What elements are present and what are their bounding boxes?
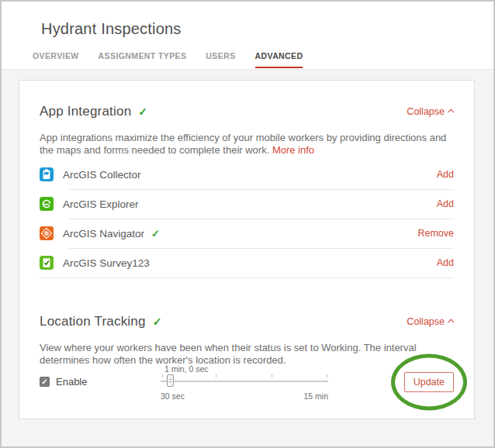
collapse-label: Collapse — [407, 106, 445, 117]
collapse-label: Collapse — [407, 316, 445, 327]
chevron-up-icon — [448, 109, 454, 115]
app-row-navigator: ArcGIS Navigator ✓ Remove — [40, 219, 454, 248]
app-integration-description-text: App integrations maximize the efficiency… — [40, 132, 446, 156]
collector-add-link[interactable]: Add — [437, 169, 454, 180]
slider-tick — [216, 374, 216, 377]
enable-label: Enable — [56, 376, 87, 388]
slider-tick — [327, 374, 327, 377]
slider-value-label: 1 min, 0 sec — [164, 364, 328, 374]
app-name: ArcGIS Navigator — [63, 228, 144, 240]
chevron-up-icon — [448, 319, 454, 325]
enable-checkbox[interactable]: ✓ — [40, 377, 50, 387]
navigator-remove-link[interactable]: Remove — [417, 228, 454, 239]
app-row-survey123: ArcGIS Survey123 Add — [40, 248, 454, 277]
slider-min-label: 30 sec — [161, 391, 185, 401]
collector-app-icon — [40, 167, 54, 181]
settings-card: App Integration ✓ Collapse App integrati… — [19, 80, 475, 419]
app-integration-title: App Integration — [40, 104, 131, 119]
tab-overview[interactable]: OVERVIEW — [33, 51, 79, 68]
explorer-app-icon — [40, 197, 54, 211]
tab-bar: OVERVIEW ASSIGNMENT TYPES USERS ADVANCED — [33, 51, 303, 68]
slider-track[interactable] — [161, 381, 328, 382]
interval-slider: 1 min, 0 sec 30 sec 15 min — [161, 364, 328, 401]
app-row-collector: ArcGIS Collector Add — [40, 160, 454, 189]
app-integration-collapse-button[interactable]: Collapse — [407, 106, 454, 117]
location-tracking-controls: ✓ Enable 1 min, 0 sec 30 sec — [40, 367, 454, 410]
location-tracking-header: Location Tracking ✓ Collapse — [40, 314, 454, 329]
survey123-add-link[interactable]: Add — [437, 257, 454, 268]
navigator-enabled-check-icon: ✓ — [151, 228, 160, 240]
enable-group: ✓ Enable — [40, 376, 87, 388]
slider-tick — [162, 374, 163, 377]
slider-tick — [272, 374, 272, 377]
location-tracking-check-icon: ✓ — [153, 315, 162, 328]
tab-advanced[interactable]: ADVANCED — [255, 51, 303, 68]
location-tracking-description: View where your workers have been when t… — [40, 342, 454, 367]
slider-thumb[interactable] — [167, 374, 174, 387]
workforce-project-page: Hydrant Inspections OVERVIEW ASSIGNMENT … — [0, 0, 495, 448]
app-integration-check-icon: ✓ — [138, 105, 147, 118]
update-button-area: Update — [404, 372, 454, 392]
content-background: App Integration ✓ Collapse App integrati… — [2, 69, 493, 446]
tab-assignment-types[interactable]: ASSIGNMENT TYPES — [99, 51, 187, 68]
slider-max-label: 15 min — [303, 391, 328, 401]
app-row-explorer: ArcGIS Explorer Add — [40, 189, 454, 219]
more-info-link[interactable]: More info — [272, 144, 314, 156]
app-name: ArcGIS Explorer — [63, 198, 139, 210]
app-integration-header: App Integration ✓ Collapse — [40, 104, 454, 119]
slider-range-labels: 30 sec 15 min — [161, 391, 328, 401]
slider-body — [161, 374, 328, 391]
page-title: Hydrant Inspections — [41, 20, 182, 38]
tab-users[interactable]: USERS — [206, 51, 235, 68]
section-divider — [40, 277, 454, 278]
location-tracking-title: Location Tracking — [40, 314, 146, 329]
app-list: ArcGIS Collector Add ArcGIS Explorer Add… — [40, 160, 454, 277]
survey123-app-icon — [40, 256, 54, 270]
explorer-add-link[interactable]: Add — [437, 198, 454, 209]
navigator-app-icon — [40, 226, 54, 240]
app-integration-description: App integrations maximize the efficiency… — [40, 132, 454, 157]
location-tracking-collapse-button[interactable]: Collapse — [407, 316, 454, 327]
app-name: ArcGIS Collector — [63, 169, 141, 181]
app-name: ArcGIS Survey123 — [63, 257, 150, 269]
update-button[interactable]: Update — [404, 372, 454, 392]
